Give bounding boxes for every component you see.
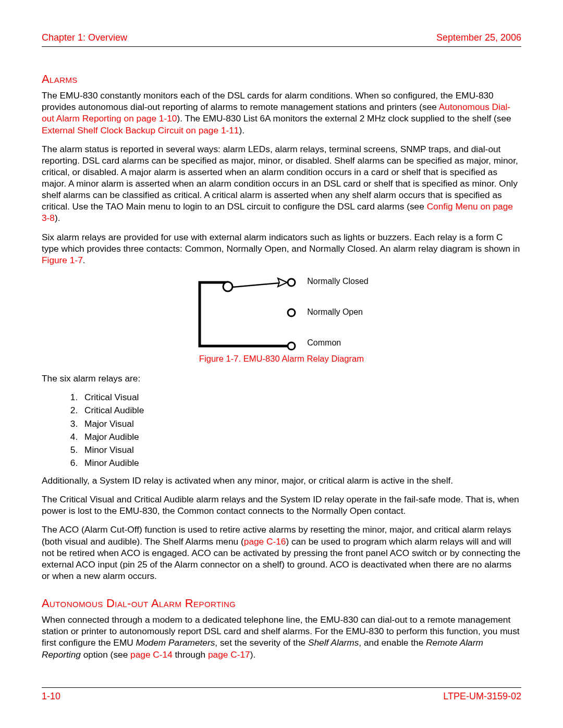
header-chapter: Chapter 1: Overview: [42, 32, 127, 43]
header-date: September 25, 2006: [436, 32, 521, 43]
alarms-heading: Alarms: [42, 72, 521, 87]
list-item: Critical Visual: [80, 391, 521, 403]
footer-doc-id: LTPE-UM-3159-02: [443, 691, 521, 702]
relay-diagram-icon: [194, 273, 299, 351]
xref-figure-1-7[interactable]: Figure 1-7: [42, 255, 83, 265]
list-item: Critical Audible: [80, 404, 521, 416]
aco-para: The ACO (Alarm Cut-Off) function is used…: [42, 524, 521, 582]
label-normally-open: Normally Open: [307, 308, 368, 316]
alarms-para-2: The alarm status is reported in several …: [42, 143, 521, 224]
page-header: Chapter 1: Overview September 25, 2006: [42, 32, 521, 47]
page: Chapter 1: Overview September 25, 2006 A…: [0, 0, 563, 728]
dialout-heading: Autonomous Dial-out Alarm Reporting: [42, 596, 521, 611]
alarms-para-1: The EMU-830 constantly monitors each of …: [42, 90, 521, 136]
svg-point-4: [223, 282, 232, 291]
relay-list: Critical Visual Critical Audible Major V…: [42, 391, 521, 468]
page-content: Alarms The EMU-830 constantly monitors e…: [42, 72, 521, 687]
svg-point-2: [288, 309, 295, 316]
alarms-para-3: Six alarm relays are provided for use wi…: [42, 231, 521, 266]
svg-point-3: [288, 342, 295, 350]
figure-caption: Figure 1-7. EMU-830 Alarm Relay Diagram: [42, 353, 521, 364]
label-common: Common: [307, 339, 368, 347]
label-normally-closed: Normally Closed: [307, 277, 368, 286]
figure-1-7: Normally Closed Normally Open Common: [42, 273, 521, 351]
page-footer: 1-10 LTPE-UM-3159-02: [42, 687, 521, 702]
svg-point-1: [288, 279, 295, 286]
footer-page-number: 1-10: [42, 691, 60, 702]
list-item: Minor Visual: [80, 444, 521, 455]
list-item: Minor Audible: [80, 457, 521, 468]
relay-list-intro: The six alarm relays are:: [42, 373, 521, 384]
system-id-para: Additionally, a System ID relay is activ…: [42, 475, 521, 486]
relay-diagram-labels: Normally Closed Normally Open Common: [307, 277, 368, 347]
list-item: Major Visual: [80, 418, 521, 429]
xref-page-c17[interactable]: page C-17: [208, 649, 250, 660]
xref-external-shelf-clock[interactable]: External Shelf Clock Backup Circuit on p…: [42, 125, 239, 135]
svg-marker-0: [278, 278, 287, 287]
xref-page-c14[interactable]: page C-14: [130, 649, 173, 660]
dialout-para-1: When connected through a modem to a dedi…: [42, 614, 521, 660]
list-item: Major Audible: [80, 431, 521, 442]
xref-page-c16[interactable]: page C-16: [244, 536, 286, 547]
failsafe-para: The Critical Visual and Critical Audible…: [42, 493, 521, 516]
